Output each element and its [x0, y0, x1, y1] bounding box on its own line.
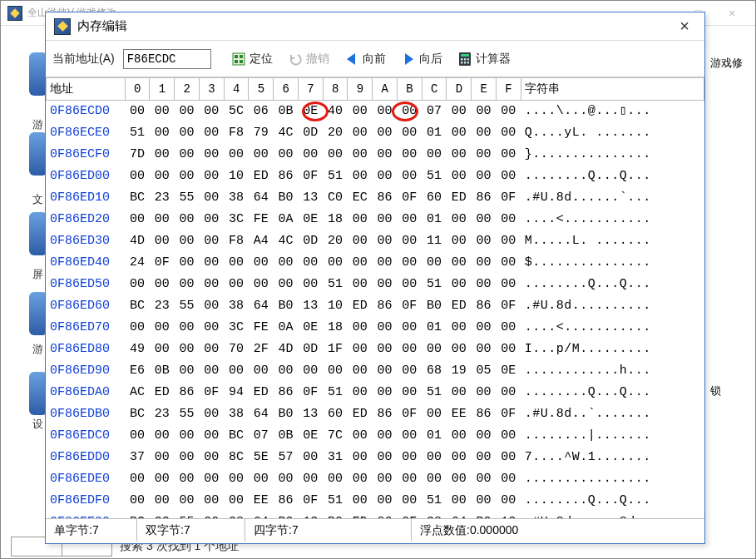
cell-addr[interactable]: 0F86ED50	[47, 274, 126, 295]
hex-area[interactable]: 地址0123456789ABCDEF字符串0F86ECD0000000005C0…	[46, 77, 704, 518]
cell-byte[interactable]: ED	[348, 295, 373, 317]
cell-byte[interactable]: 7D	[125, 144, 150, 166]
cell-string[interactable]: }...............	[521, 144, 704, 166]
cell-byte[interactable]: 51	[125, 122, 150, 144]
cell-byte[interactable]: 00	[348, 339, 373, 360]
cell-string[interactable]: M.....L. .......	[521, 230, 704, 252]
cell-byte[interactable]: 00	[199, 490, 224, 512]
cell-byte[interactable]: 00	[150, 166, 175, 187]
cell-byte[interactable]: 00	[397, 317, 422, 339]
cell-byte[interactable]: 00	[496, 252, 521, 274]
cell-byte[interactable]: EC	[348, 187, 373, 209]
cell-addr[interactable]: 0F86ED00	[47, 166, 126, 187]
cell-byte[interactable]: 00	[175, 490, 200, 512]
cell-byte[interactable]: 10	[224, 166, 249, 187]
cell-byte[interactable]: 00	[472, 122, 497, 144]
cell-byte[interactable]: 0E	[298, 101, 323, 123]
cell-byte[interactable]: 55	[175, 295, 200, 317]
cell-byte[interactable]: 00	[298, 144, 323, 166]
cell-byte[interactable]: 00	[150, 230, 175, 252]
cell-byte[interactable]: 00	[472, 317, 497, 339]
cell-byte[interactable]: 00	[447, 274, 472, 295]
cell-byte[interactable]: 00	[298, 468, 323, 490]
cell-byte[interactable]: 00	[373, 447, 398, 468]
cell-byte[interactable]: 00	[422, 447, 447, 468]
cell-byte[interactable]: 00	[472, 468, 497, 490]
cell-byte[interactable]: 00	[348, 447, 373, 468]
cell-byte[interactable]: 00	[199, 403, 224, 425]
cell-byte[interactable]: B0	[422, 295, 447, 317]
header-byte-0[interactable]: 0	[125, 78, 150, 101]
hex-row[interactable]: 0F86ED40240F0000000000000000000000000000…	[47, 252, 704, 274]
hex-row[interactable]: 0F86EDD0370000008C5E57003100000000000000…	[47, 447, 704, 468]
cell-byte[interactable]: 00	[373, 317, 398, 339]
cell-byte[interactable]: 00	[348, 166, 373, 187]
cell-byte[interactable]: 38	[224, 512, 249, 518]
cell-byte[interactable]: 00	[397, 468, 422, 490]
cell-byte[interactable]: 4D	[274, 339, 299, 360]
cell-byte[interactable]: 79	[249, 122, 274, 144]
cell-byte[interactable]: 00	[199, 122, 224, 144]
cell-byte[interactable]: 01	[422, 425, 447, 447]
header-byte-1[interactable]: 1	[150, 78, 175, 101]
cell-byte[interactable]: 60	[422, 187, 447, 209]
cell-byte[interactable]: 0F	[199, 382, 224, 403]
cell-byte[interactable]: 00	[298, 274, 323, 295]
cell-byte[interactable]: 00	[175, 339, 200, 360]
cell-string[interactable]: ....<...........	[521, 317, 704, 339]
cell-byte[interactable]: 0A	[274, 209, 299, 230]
cell-byte[interactable]: 86	[472, 187, 497, 209]
cell-byte[interactable]: 00	[496, 468, 521, 490]
cell-byte[interactable]: 0F	[397, 512, 422, 518]
cell-byte[interactable]: 00	[496, 101, 521, 123]
cell-byte[interactable]: 06	[249, 101, 274, 123]
cell-byte[interactable]: 00	[472, 209, 497, 230]
cell-byte[interactable]: 00	[175, 360, 200, 382]
cell-string[interactable]: Q....yL. .......	[521, 122, 704, 144]
cell-byte[interactable]: 00	[447, 425, 472, 447]
cell-byte[interactable]: 00	[422, 403, 447, 425]
cell-byte[interactable]: 38	[224, 187, 249, 209]
cell-byte[interactable]: 00	[199, 295, 224, 317]
cell-addr[interactable]: 0F86EDB0	[47, 403, 126, 425]
header-addr[interactable]: 地址	[47, 78, 126, 101]
cell-byte[interactable]: 1F	[323, 339, 348, 360]
cell-byte[interactable]: 86	[274, 490, 299, 512]
cell-byte[interactable]: 51	[422, 382, 447, 403]
cell-byte[interactable]: 13	[298, 512, 323, 518]
hex-row[interactable]: 0F86EDC000000000BC070B0E7C00000001000000…	[47, 425, 704, 447]
header-byte-4[interactable]: 4	[224, 78, 249, 101]
cell-byte[interactable]: 00	[199, 360, 224, 382]
cell-byte[interactable]: 0F	[397, 187, 422, 209]
cell-byte[interactable]: FE	[249, 209, 274, 230]
cell-byte[interactable]: 0F	[397, 403, 422, 425]
cell-byte[interactable]: 00	[348, 490, 373, 512]
hex-row[interactable]: 0F86ED70000000003CFE0A0E1800000001000000…	[47, 317, 704, 339]
cell-byte[interactable]: 00	[199, 209, 224, 230]
cell-byte[interactable]: BC	[125, 295, 150, 317]
cell-byte[interactable]: 00	[472, 144, 497, 166]
cell-byte[interactable]: 70	[224, 339, 249, 360]
cell-byte[interactable]: 00	[150, 490, 175, 512]
hex-table[interactable]: 地址0123456789ABCDEF字符串0F86ECD0000000005C0…	[46, 77, 704, 518]
cell-byte[interactable]: 00	[224, 490, 249, 512]
cell-byte[interactable]: 00	[348, 425, 373, 447]
cell-addr[interactable]: 0F86ED30	[47, 230, 126, 252]
cell-byte[interactable]: BC	[125, 512, 150, 518]
cell-byte[interactable]: 07	[249, 425, 274, 447]
cell-byte[interactable]: 64	[249, 512, 274, 518]
cell-string[interactable]: I...p/M.........	[521, 339, 704, 360]
cell-byte[interactable]: 60	[323, 403, 348, 425]
cell-byte[interactable]: 38	[422, 512, 447, 518]
cell-byte[interactable]: 00	[274, 252, 299, 274]
cell-byte[interactable]: 00	[323, 144, 348, 166]
cell-byte[interactable]: 00	[175, 425, 200, 447]
cell-byte[interactable]: 51	[422, 490, 447, 512]
cell-addr[interactable]: 0F86ED90	[47, 360, 126, 382]
cell-byte[interactable]: 0E	[496, 360, 521, 382]
cell-byte[interactable]: 11	[422, 230, 447, 252]
cell-string[interactable]: ............h...	[521, 360, 704, 382]
cell-byte[interactable]: 00	[175, 252, 200, 274]
cell-byte[interactable]: 00	[224, 144, 249, 166]
cell-byte[interactable]: 00	[298, 360, 323, 382]
